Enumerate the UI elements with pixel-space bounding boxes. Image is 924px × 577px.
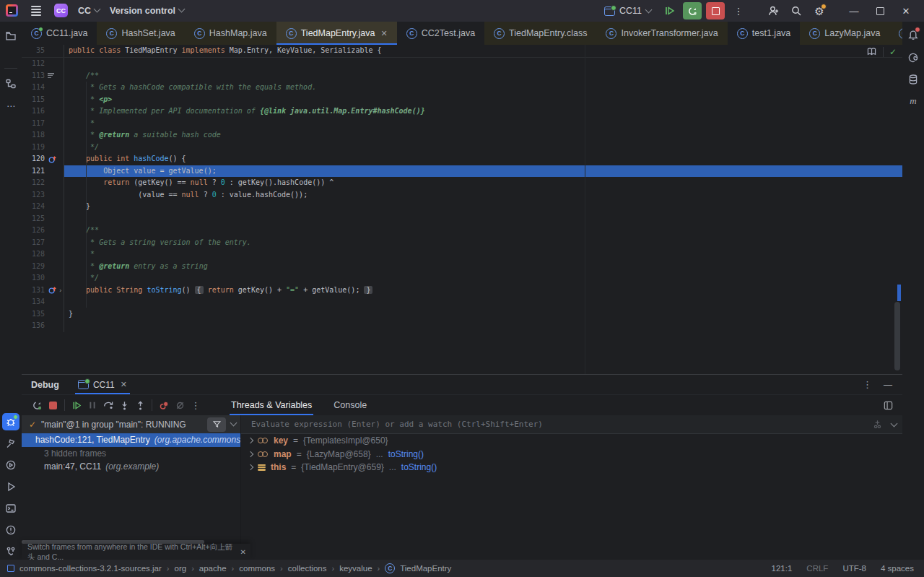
rerun-button[interactable]	[29, 397, 45, 413]
comment-lines-icon[interactable]	[48, 73, 54, 78]
code-line[interactable]: 35public class TiedMapEntry implements M…	[22, 45, 902, 57]
code-line[interactable]: 123 (value == null ? 0 : value.hashCode(…	[22, 189, 902, 201]
search-everywhere-button[interactable]	[787, 2, 806, 19]
editor-tab[interactable]: CInvokerTransformer.java	[596, 22, 727, 45]
structure-tool-icon[interactable]	[2, 75, 19, 92]
services-tool-icon[interactable]	[2, 456, 19, 474]
code-line[interactable]: 119 */	[22, 142, 902, 154]
editor-tab[interactable]: CHashSet.java	[97, 22, 184, 45]
notifications-bell-icon[interactable]	[905, 26, 922, 43]
hide-tool-window-icon[interactable]: —	[884, 380, 892, 390]
inspection-widget[interactable]: ✓	[866, 46, 897, 57]
step-into-button[interactable]	[116, 397, 132, 413]
editor-tab[interactable]: CTiedMapEntry.java✕	[276, 22, 397, 45]
code-line[interactable]: 130 */	[22, 272, 902, 285]
rerun-debug-button[interactable]	[683, 2, 702, 19]
editor-tab[interactable]: CTiedMapEntry.class	[484, 22, 596, 45]
breadcrumb-class[interactable]: TiedMapEntry	[400, 564, 451, 573]
tostring-link[interactable]: toString()	[401, 462, 437, 472]
expand-chevron-icon[interactable]	[248, 464, 253, 470]
editor-tab[interactable]: Ctest1.java	[728, 22, 801, 45]
breadcrumb-item[interactable]: org	[175, 564, 187, 573]
stop-button[interactable]	[706, 2, 725, 19]
debug-view-tab[interactable]: Threads & Variables	[231, 395, 312, 415]
project-avatar[interactable]: CC	[54, 4, 68, 17]
code-line[interactable]: 134	[22, 296, 902, 308]
chevron-down-icon[interactable]	[230, 420, 237, 427]
no-problems-check-icon[interactable]: ✓	[889, 47, 897, 57]
variable-row[interactable]: key={TemplatesImpl@650}	[241, 434, 902, 448]
code-line[interactable]: 116 * Implemented per API documentation …	[22, 105, 902, 118]
expand-chevron-icon[interactable]	[248, 438, 253, 443]
run-configuration-selector[interactable]: CC11	[604, 6, 651, 16]
version-control-tool-icon[interactable]	[2, 543, 19, 560]
breadcrumb-item[interactable]: apache	[199, 564, 227, 573]
database-tool-icon[interactable]	[905, 71, 922, 88]
more-tool-windows-icon[interactable]: ⋯	[2, 97, 19, 115]
terminal-tool-icon[interactable]	[2, 500, 19, 517]
step-out-button[interactable]	[132, 397, 148, 413]
expand-chevron-icon[interactable]	[248, 451, 253, 457]
breadcrumb-item[interactable]: commons-collections-3.2.1-sources.jar	[19, 564, 162, 573]
layout-settings-icon[interactable]	[883, 400, 902, 411]
editor-tab[interactable]: CHashMap.java	[185, 22, 276, 45]
project-widget[interactable]: CC	[78, 6, 100, 16]
editor-tab[interactable]: CCC11.java	[22, 22, 97, 45]
code-line[interactable]: 115 * <p>	[22, 94, 902, 106]
step-over-button[interactable]	[100, 397, 116, 413]
code-line[interactable]: 120 public int hashCode() {	[22, 153, 902, 165]
close-tab-icon[interactable]: ✕	[381, 29, 388, 38]
stack-frame-row[interactable]: hashCode:121, TiedMapEntry (org.apache.c…	[22, 433, 240, 447]
settings-button[interactable]: ⚙	[810, 2, 829, 19]
breadcrumb-item[interactable]: keyvalue	[339, 564, 372, 573]
line-separator-widget[interactable]: CRLF	[806, 564, 828, 573]
maximize-button[interactable]	[869, 1, 891, 20]
ai-assistant-icon[interactable]	[905, 49, 922, 66]
resume-debugger-button[interactable]	[660, 2, 679, 19]
code-line[interactable]: 126 /**	[22, 225, 902, 237]
tostring-link[interactable]: toString()	[388, 449, 424, 459]
code-line[interactable]: 125	[22, 213, 902, 225]
pause-program-button[interactable]	[84, 397, 100, 413]
debug-tool-icon[interactable]	[2, 413, 19, 430]
code-line[interactable]: 128 *	[22, 248, 902, 261]
debug-options-kebab-icon[interactable]: ⋮	[863, 379, 872, 390]
code-with-me-button[interactable]	[764, 2, 783, 19]
code-line[interactable]: 124 }	[22, 201, 902, 213]
more-actions-button[interactable]: ⋮	[729, 2, 748, 19]
debug-session-tab[interactable]: CC11 ✕	[75, 375, 130, 394]
project-tool-icon[interactable]	[2, 27, 19, 45]
view-breakpoints-button[interactable]	[156, 397, 172, 413]
override-method-icon[interactable]	[48, 155, 57, 164]
dismiss-hint-icon[interactable]: ✕	[240, 548, 246, 556]
code-line[interactable]: 131› public String toString() { return g…	[22, 285, 902, 297]
code-line[interactable]: 135}	[22, 308, 902, 321]
editor-tab[interactable]: CLazyMap.java	[800, 22, 889, 45]
stack-frame-row[interactable]: 3 hidden frames	[22, 447, 240, 461]
minimize-button[interactable]: —	[843, 1, 865, 20]
problems-tool-icon[interactable]	[2, 521, 19, 539]
code-line[interactable]: 122 return (getKey() == null ? 0 : getKe…	[22, 177, 902, 189]
vcs-widget[interactable]: Version control	[110, 6, 184, 16]
variable-row[interactable]: map={LazyMap@658}...toString()	[241, 448, 902, 461]
debug-view-tab[interactable]: Console	[334, 395, 367, 415]
editor-tab[interactable]: CCC2Test.java	[397, 22, 484, 45]
main-menu-button[interactable]	[28, 3, 44, 19]
maven-tool-icon[interactable]: m	[905, 92, 922, 110]
code-line[interactable]: 129 * @return entry as a string	[22, 261, 902, 273]
evaluate-expression-field[interactable]: Evaluate expression (Enter) or add a wat…	[241, 415, 902, 434]
encoding-widget[interactable]: UTF-8	[842, 564, 866, 573]
close-session-icon[interactable]: ✕	[121, 380, 127, 389]
code-line[interactable]: 114 * Gets a hashCode compatible with th…	[22, 82, 902, 94]
caret-position-widget[interactable]: 121:1	[772, 564, 793, 573]
debug-more-kebab-icon[interactable]: ⋮	[188, 397, 204, 413]
code-line[interactable]: 117 *	[22, 118, 902, 130]
fold-arrow-icon[interactable]: ›	[58, 285, 62, 297]
close-button[interactable]: ✕	[895, 1, 917, 20]
breadcrumb-item[interactable]: collections	[288, 564, 327, 573]
add-watch-icon[interactable]	[872, 419, 883, 430]
override-method-icon[interactable]	[48, 285, 57, 295]
resume-program-button[interactable]	[69, 397, 84, 413]
code-line[interactable]: 121 Object value = getValue();	[22, 165, 902, 178]
breadcrumb-item[interactable]: commons	[239, 564, 275, 573]
